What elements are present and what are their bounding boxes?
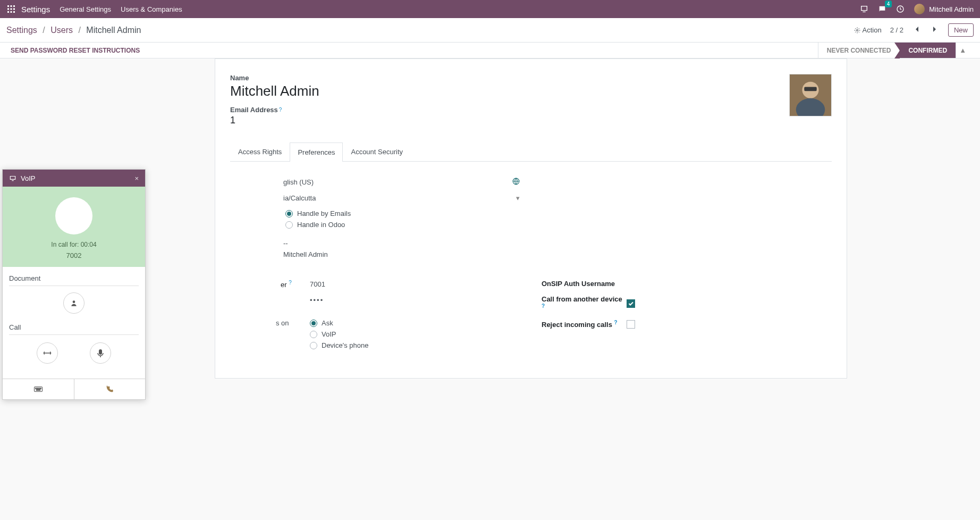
- voip-call-label: Call: [9, 323, 139, 335]
- svg-rect-18: [34, 387, 42, 392]
- email-value[interactable]: 1: [230, 115, 832, 126]
- svg-rect-17: [99, 349, 102, 355]
- svg-rect-19: [36, 388, 37, 389]
- svg-rect-0: [7, 5, 9, 7]
- pager-prev-icon[interactable]: [912, 25, 922, 35]
- onsip-label: OnSIP Auth Username: [542, 280, 615, 288]
- language-value[interactable]: glish (US): [283, 178, 314, 186]
- menu-general-settings[interactable]: General Settings: [60, 5, 111, 13]
- svg-rect-20: [37, 388, 38, 389]
- svg-rect-2: [13, 5, 15, 7]
- voip-phone-button[interactable]: [74, 379, 146, 399]
- activity-icon[interactable]: [896, 5, 905, 13]
- svg-rect-8: [13, 11, 15, 13]
- voip-mute-button[interactable]: [90, 342, 111, 364]
- voip-contact-button[interactable]: [63, 292, 85, 314]
- svg-rect-3: [7, 9, 9, 10]
- apps-icon[interactable]: [6, 4, 16, 14]
- help-icon[interactable]: ?: [614, 320, 618, 325]
- new-button[interactable]: New: [948, 23, 974, 37]
- breadcrumb-current: Mitchell Admin: [86, 26, 141, 35]
- radio-icon: [310, 331, 317, 338]
- messages-badge: 4: [885, 1, 892, 7]
- breadcrumb: Settings / Users / Mitchell Admin: [6, 26, 141, 35]
- app-title[interactable]: Settings: [21, 5, 50, 14]
- svg-point-16: [73, 300, 75, 303]
- reject-checkbox[interactable]: [627, 320, 635, 329]
- breadcrumb-users[interactable]: Users: [50, 26, 73, 35]
- svg-rect-6: [7, 11, 9, 13]
- status-confirmed[interactable]: CONFIRMED: [899, 43, 956, 58]
- timezone-value[interactable]: ia/Calcutta: [283, 194, 316, 202]
- voip-secret-value[interactable]: ••••: [310, 296, 324, 304]
- voip-nav-icon[interactable]: [860, 5, 868, 13]
- close-icon[interactable]: ×: [134, 174, 139, 182]
- user-menu[interactable]: Mitchell Admin: [914, 4, 974, 14]
- reject-label: Reject incoming calls: [542, 321, 612, 329]
- radio-icon: [285, 221, 293, 229]
- radio-voip[interactable]: VoIP: [310, 330, 368, 338]
- tab-account-security[interactable]: Account Security: [343, 142, 411, 161]
- help-icon[interactable]: ?: [542, 303, 545, 309]
- help-icon[interactable]: ?: [279, 107, 282, 113]
- radio-handle-emails[interactable]: Handle by Emails: [285, 209, 832, 217]
- radio-icon: [310, 342, 317, 349]
- globe-icon[interactable]: [512, 178, 520, 187]
- svg-rect-7: [11, 11, 12, 13]
- menu-users-companies[interactable]: Users & Companies: [121, 5, 182, 13]
- voip-avatar: [55, 197, 92, 234]
- voip-title: VoIP: [21, 174, 35, 182]
- other-device-label: Call from another device: [542, 295, 622, 303]
- tab-access-rights[interactable]: Access Rights: [230, 142, 290, 161]
- svg-rect-21: [39, 388, 40, 389]
- pager[interactable]: 2 / 2: [890, 26, 903, 34]
- user-avatar: [914, 4, 925, 14]
- voip-keypad-button[interactable]: [3, 379, 74, 399]
- voip-doc-label: Document: [9, 274, 139, 286]
- dash-value[interactable]: --: [283, 239, 832, 247]
- radio-device-phone[interactable]: Device's phone: [310, 341, 368, 349]
- voip-transfer-button[interactable]: [37, 342, 58, 364]
- radio-ask[interactable]: Ask: [310, 319, 368, 327]
- send-password-reset-button[interactable]: SEND PASSWORD RESET INSTRUCTIONS: [11, 47, 140, 54]
- voip-username-value[interactable]: 7001: [310, 280, 325, 288]
- email-label: Email Address: [230, 106, 278, 114]
- svg-point-10: [856, 29, 858, 31]
- svg-rect-5: [13, 9, 15, 10]
- user-photo[interactable]: [789, 74, 832, 116]
- radio-handle-odoo[interactable]: Handle in Odoo: [285, 221, 832, 229]
- breadcrumb-settings[interactable]: Settings: [6, 26, 37, 35]
- svg-rect-1: [11, 5, 12, 7]
- voip-header[interactable]: VoIP ×: [3, 170, 145, 187]
- radio-icon: [310, 320, 317, 327]
- son-label: s on: [276, 319, 289, 327]
- voip-call-number: 7002: [3, 251, 145, 259]
- voip-call-status: In call for: 00:04: [3, 241, 145, 248]
- svg-rect-13: [804, 87, 816, 91]
- messages-icon[interactable]: 4: [878, 5, 886, 13]
- chevron-down-icon[interactable]: ▾: [516, 194, 520, 202]
- user-name: Mitchell Admin: [929, 5, 974, 13]
- help-icon[interactable]: ?: [289, 280, 292, 286]
- signature-value[interactable]: Mitchell Admin: [283, 250, 832, 258]
- other-device-checkbox[interactable]: [627, 299, 635, 308]
- pager-next-icon[interactable]: [930, 25, 940, 35]
- name-value[interactable]: Mitchell Admin: [230, 83, 832, 99]
- radio-icon: [285, 210, 293, 217]
- name-label: Name: [230, 74, 832, 82]
- voip-popup: VoIP × In call for: 00:04 7002 Document …: [2, 169, 146, 400]
- expand-icon[interactable]: ▲: [956, 43, 969, 58]
- status-never-connected[interactable]: NEVER CONNECTED: [818, 43, 900, 58]
- svg-rect-22: [40, 388, 41, 389]
- tab-preferences[interactable]: Preferences: [290, 142, 343, 162]
- er-label: er: [281, 281, 287, 289]
- svg-rect-23: [36, 390, 40, 391]
- action-button[interactable]: Action: [854, 26, 882, 34]
- svg-rect-4: [11, 9, 12, 10]
